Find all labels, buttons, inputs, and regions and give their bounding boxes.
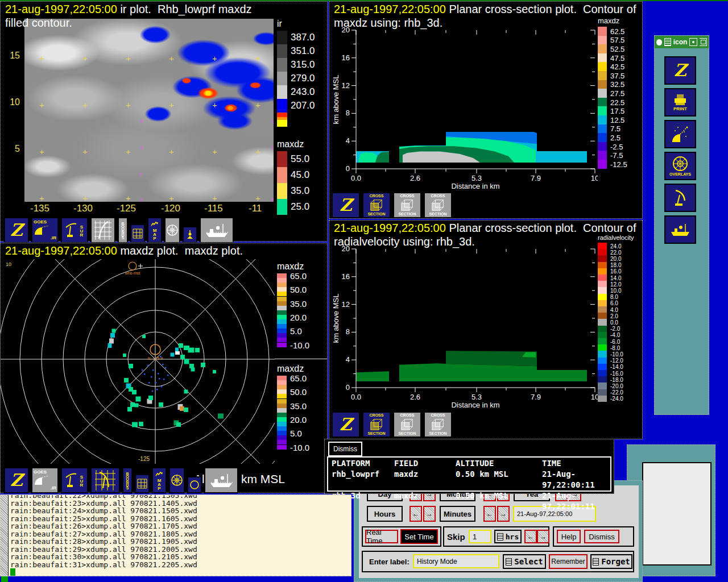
- ir-x-tick: -125: [117, 203, 136, 214]
- window-doc-icon[interactable]: [664, 38, 671, 46]
- contour-plot-svg: 0.02.65.37.910048121620Distance in kmkm …: [330, 241, 598, 409]
- dismiss-button[interactable]: Dismiss: [584, 530, 619, 543]
- cross-section-button[interactable]: CROSS SECTION: [424, 411, 452, 438]
- cube-icon: [369, 198, 384, 212]
- colorbar-segment: [598, 357, 607, 364]
- satellite-image[interactable]: ++++++++++++++++++++++++♀♀♀♀♀♀♀♀: [24, 19, 274, 202]
- zeb-logo-button[interactable]: Z: [332, 192, 360, 218]
- ir-y-tick: 5: [1, 144, 20, 154]
- wheel-button[interactable]: [164, 217, 180, 243]
- sur-scan-button[interactable]: SUR: [61, 467, 88, 493]
- zeb-logo-button[interactable]: Z: [664, 56, 696, 85]
- circle-button[interactable]: [187, 476, 202, 493]
- icon-window-titlebar[interactable]: icon: [655, 36, 709, 48]
- map-button[interactable]: MAP: [152, 467, 167, 493]
- window-menu-icon[interactable]: [656, 39, 662, 45]
- colorbar-tick-label: 18.0: [610, 262, 621, 268]
- sur-scan-button[interactable]: SUR: [61, 217, 88, 243]
- select-button[interactable]: Select: [503, 554, 546, 569]
- rear-list-panel[interactable]: [642, 462, 712, 566]
- colorbar-title: maxdz: [277, 139, 328, 149]
- grid-plus-mark: +: [255, 102, 260, 108]
- colorbar-tick-label: -18.0: [610, 376, 623, 383]
- cross1-plot[interactable]: 0.02.65.37.910048121620Distance in kmkm …: [330, 22, 598, 193]
- cross-section-button[interactable]: CROSS SECTION: [424, 192, 452, 218]
- colorbar-tick-label: 12.5: [610, 115, 624, 124]
- colorbar-segment: [277, 44, 287, 58]
- bounds-button[interactable]: BOUNDS: [118, 217, 128, 243]
- buoy-button[interactable]: [183, 226, 197, 243]
- grid-radar-button[interactable]: [90, 467, 120, 493]
- label-input-field[interactable]: History Mode: [413, 554, 499, 568]
- goes-ir-button[interactable]: GOES .IR: [31, 217, 59, 243]
- skip-back-button[interactable]: ←: [524, 530, 537, 543]
- goes-ir-button[interactable]: GOES .IR: [31, 467, 59, 493]
- help-button[interactable]: Help: [557, 530, 581, 543]
- ppi-radar-display[interactable]: b:-125-9whe-mst-12510: [1, 259, 275, 466]
- remember-button[interactable]: Remember: [549, 554, 588, 569]
- hrs-label: hrs: [506, 533, 519, 541]
- menu-mark-icon: [497, 533, 503, 541]
- colorbar-tick-label: 20.0: [610, 256, 621, 262]
- circle-icon: [189, 480, 200, 490]
- print-button[interactable]: PRINT: [664, 88, 696, 117]
- real-time-button[interactable]: Real Time: [365, 530, 398, 543]
- ship-button[interactable]: [664, 215, 696, 244]
- satellite-button[interactable]: [664, 120, 696, 148]
- ship-button[interactable]: [204, 467, 238, 493]
- forget-button[interactable]: Forget: [590, 554, 632, 569]
- overlays-button[interactable]: OVERLAYS: [664, 152, 696, 180]
- grid-plus-mark: +: [39, 102, 44, 108]
- ppi-colorbar-1: maxdz65.050.035.020.05.0-10.0: [277, 261, 328, 347]
- colorbar-title: radialvelocity: [598, 234, 649, 241]
- svg-text:4: 4: [346, 355, 350, 364]
- set-time-button[interactable]: Set Time: [400, 529, 438, 544]
- cross1-title-text: Planar cross-section plot. Contour of: [446, 3, 636, 15]
- cross2-colorbar: radialvelocity24.022.020.018.016.014.012…: [598, 234, 649, 402]
- wheel-icon: [166, 224, 179, 236]
- cross2-plot[interactable]: 0.02.65.37.910048121620Distance in kmkm …: [330, 241, 598, 411]
- skip-value-field[interactable]: 1: [469, 530, 491, 543]
- skip-units-button[interactable]: hrs: [494, 530, 522, 543]
- wheel-button[interactable]: [169, 467, 185, 493]
- ship-button[interactable]: [200, 217, 234, 243]
- forget-label: Forget: [601, 557, 630, 566]
- zeb-logo-button[interactable]: Z: [4, 217, 29, 243]
- colorbar-segment: [598, 332, 607, 338]
- dismiss-button[interactable]: Dismiss: [328, 442, 362, 456]
- platform-marker-icon: ♀: [139, 118, 144, 125]
- skip-forward-button[interactable]: →: [537, 530, 549, 543]
- terminal-content[interactable]: rain:beaufait:22>xdump.all 970821.1305.x…: [10, 495, 350, 576]
- svg-text:7.9: 7.9: [531, 393, 541, 401]
- zeb-logo-button[interactable]: Z: [4, 467, 29, 493]
- colorbar-tick-label: 52.5: [610, 45, 624, 53]
- ir-x-tick: -115: [204, 203, 223, 214]
- cross-section-button-active[interactable]: CROSS SECTION: [362, 411, 391, 438]
- window-layers-button[interactable]: [700, 38, 707, 46]
- colorbar-tick-label: 14.0: [610, 275, 621, 281]
- subgrid-button[interactable]: [130, 224, 145, 243]
- subgrid-button[interactable]: [135, 474, 150, 493]
- colorbar-tick-label: 243.0: [291, 86, 315, 98]
- colorbar-tick-label: 351.0: [291, 45, 315, 57]
- terminal-scrollbar[interactable]: [1, 495, 9, 576]
- grid-curve-button[interactable]: [90, 217, 115, 243]
- svg-text:Distance in km: Distance in km: [451, 182, 499, 190]
- colorbar-tick-label: 20.0: [290, 414, 307, 424]
- cross-section-button-active[interactable]: CROSS SECTION: [362, 192, 391, 218]
- terminal-line: rain:beaufait:25>xdump.all 970821.1605.x…: [10, 515, 350, 523]
- map-button[interactable]: MAP: [147, 217, 162, 243]
- ir-plot-window: 21-aug-1997,22:05:00 ir plot. Rhb_lowprf…: [0, 1, 328, 242]
- table-cell: maxdz: [394, 490, 456, 512]
- svg-text:5.3: 5.3: [471, 174, 482, 182]
- cross-section-button[interactable]: CROSS SECTION: [393, 411, 421, 438]
- window-dot-button[interactable]: [689, 38, 697, 46]
- bounds-button[interactable]: BOUNDS: [122, 467, 133, 493]
- colorbar-tick-label: 8.0: [610, 294, 618, 300]
- radar-antenna-button[interactable]: [664, 184, 696, 212]
- colorbar-segment: [598, 306, 607, 313]
- goes-dish-icon: [34, 475, 51, 486]
- svg-text:0: 0: [346, 164, 350, 173]
- zeb-logo-button[interactable]: Z: [332, 411, 360, 438]
- cross-section-button[interactable]: CROSS SECTION: [393, 192, 421, 218]
